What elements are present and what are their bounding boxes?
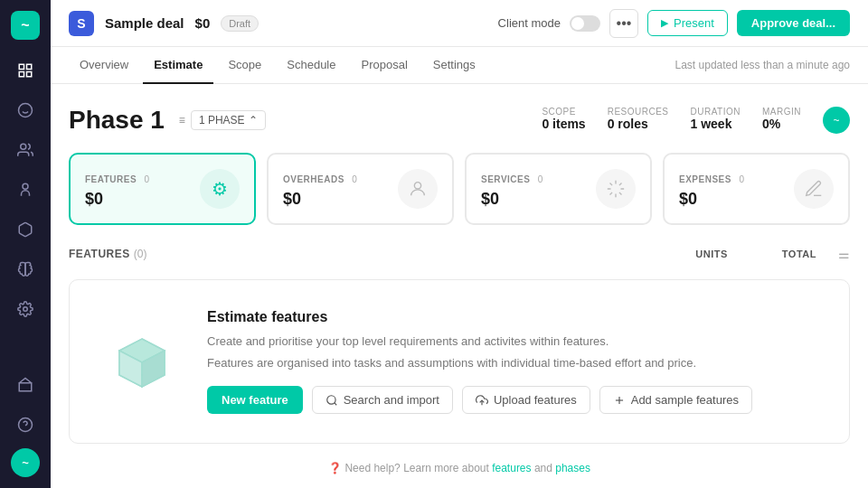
features-section: FEATURES (0) UNITS TOTAL ⚌ Estimate feat… (69, 247, 850, 444)
features-title: FEATURES (69, 248, 130, 260)
nav-tabs: Overview Estimate Scope Schedule Proposa… (51, 47, 868, 84)
cat-count-expenses: 0 (739, 174, 744, 184)
scope-metric: SCOPE 0 items (542, 107, 585, 131)
sidebar-item-question[interactable] (9, 408, 42, 441)
overheads-icon (398, 169, 438, 209)
svg-rect-1 (27, 64, 32, 69)
new-feature-button[interactable]: New feature (207, 386, 303, 414)
cat-value-expenses: $0 (679, 190, 744, 209)
cat-count-overheads: 0 (352, 174, 357, 184)
category-card-services[interactable]: SERVICES 0 $0 (465, 153, 652, 225)
category-card-features[interactable]: FEATURES 0 $0 ⚙ (69, 153, 256, 225)
tab-settings[interactable]: Settings (422, 47, 486, 84)
features-help-link[interactable]: features (492, 462, 531, 474)
category-card-expenses[interactable]: EXPENSES 0 $0 (663, 153, 850, 225)
category-cards: FEATURES 0 $0 ⚙ OVERHEADS 0 $0 (69, 153, 850, 225)
sidebar-item-building[interactable] (9, 369, 42, 401)
more-options-button[interactable]: ••• (609, 9, 638, 38)
sidebar-logo[interactable]: ~ (11, 11, 40, 40)
deal-price: $0 (195, 15, 211, 31)
search-import-button[interactable]: Search and import (312, 386, 453, 414)
resources-metric: RESOURCES 0 roles (608, 107, 669, 131)
features-count: (0) (134, 248, 147, 260)
cat-label-services: SERVICES (481, 174, 530, 184)
search-icon (326, 394, 338, 407)
help-icon: ❓ (328, 462, 342, 474)
help-footer: ❓ Need help? Learn more about features a… (69, 462, 850, 474)
sidebar-item-gear[interactable] (9, 293, 42, 325)
sidebar: ~ ~ (0, 0, 51, 488)
sidebar-item-cube[interactable] (9, 213, 42, 246)
cat-count-services: 0 (538, 174, 543, 184)
last-updated: Last updated less than a minute ago (675, 59, 850, 71)
cat-value-services: $0 (481, 190, 542, 209)
phase-badge[interactable]: 1 PHASE ⌃ (191, 110, 266, 130)
sidebar-item-group[interactable] (9, 174, 42, 206)
sidebar-item-users[interactable] (9, 134, 42, 166)
empty-desc-2: Features are organised into tasks and as… (207, 354, 752, 372)
expenses-icon (794, 169, 834, 209)
client-mode-label: Client mode (498, 16, 561, 30)
cat-info-expenses: EXPENSES 0 $0 (679, 170, 744, 209)
sidebar-bottom: ~ (9, 369, 42, 477)
phase-controls: ≡ 1 PHASE ⌃ (179, 110, 266, 130)
resources-value: 0 roles (608, 117, 669, 131)
cat-label-expenses: EXPENSES (679, 174, 731, 184)
deal-title: Sample deal (105, 15, 184, 31)
phases-help-link[interactable]: phases (555, 462, 590, 474)
main-content: S Sample deal $0 Draft Client mode ••• ▶… (51, 0, 868, 488)
scope-label: SCOPE (542, 107, 585, 117)
chevron-up-icon: ⌃ (249, 114, 258, 127)
empty-state: Estimate features Create and prioritise … (69, 279, 850, 444)
list-icon: ≡ (179, 114, 185, 127)
plus-icon (613, 394, 626, 407)
tab-schedule[interactable]: Schedule (276, 47, 346, 84)
duration-metric: DURATION 1 week (691, 107, 741, 131)
services-icon (596, 169, 636, 209)
svg-point-8 (23, 183, 28, 189)
sidebar-item-smiley[interactable] (9, 94, 42, 127)
topbar: S Sample deal $0 Draft Client mode ••• ▶… (51, 0, 868, 47)
duration-value: 1 week (691, 117, 741, 131)
cat-label-features: FEATURES (85, 174, 137, 184)
user-avatar[interactable]: ~ (11, 448, 40, 477)
features-header: FEATURES (0) UNITS TOTAL ⚌ (69, 247, 850, 268)
client-mode-toggle[interactable] (570, 15, 600, 32)
upload-features-button[interactable]: Upload features (462, 386, 590, 414)
tab-overview[interactable]: Overview (69, 47, 139, 84)
svg-rect-10 (19, 383, 32, 391)
svg-rect-2 (19, 72, 24, 77)
topbar-right: Client mode ••• ▶ Present Approve deal..… (498, 9, 850, 38)
cat-info-overheads: OVERHEADS 0 $0 (283, 170, 357, 209)
tab-proposal[interactable]: Proposal (350, 47, 418, 84)
margin-metric: MARGIN 0% (762, 107, 801, 131)
phase-avatar[interactable]: ~ (823, 107, 850, 134)
sidebar-item-brain[interactable] (9, 253, 42, 286)
svg-point-13 (414, 183, 420, 189)
cat-label-overheads: OVERHEADS (283, 174, 344, 184)
features-icon: ⚙ (200, 169, 240, 209)
tab-scope[interactable]: Scope (217, 47, 272, 84)
margin-label: MARGIN (762, 107, 801, 117)
empty-desc-1: Create and prioritise your top level req… (207, 333, 752, 351)
empty-content: Estimate features Create and prioritise … (207, 309, 752, 414)
tab-estimate[interactable]: Estimate (143, 47, 213, 84)
col-units-label: UNITS (695, 249, 728, 259)
duration-label: DURATION (691, 107, 741, 117)
sidebar-item-grid[interactable] (9, 54, 42, 87)
filter-icon[interactable]: ⚌ (838, 247, 850, 261)
approve-button[interactable]: Approve deal... (737, 10, 850, 36)
draft-badge: Draft (221, 15, 259, 32)
present-button[interactable]: ▶ Present (647, 10, 728, 36)
phase-header: Phase 1 ≡ 1 PHASE ⌃ SCOPE 0 items RESOUR… (69, 106, 850, 135)
category-card-overheads[interactable]: OVERHEADS 0 $0 (267, 153, 454, 225)
col-total-label: TOTAL (782, 249, 816, 259)
cat-value-overheads: $0 (283, 190, 357, 209)
scope-value: 0 items (542, 117, 585, 131)
add-sample-features-button[interactable]: Add sample features (599, 386, 752, 414)
cat-value-features: $0 (85, 190, 149, 209)
phase-title: Phase 1 (69, 106, 165, 135)
svg-rect-3 (27, 72, 32, 77)
play-icon: ▶ (661, 17, 668, 29)
page-content: Phase 1 ≡ 1 PHASE ⌃ SCOPE 0 items RESOUR… (51, 84, 868, 488)
